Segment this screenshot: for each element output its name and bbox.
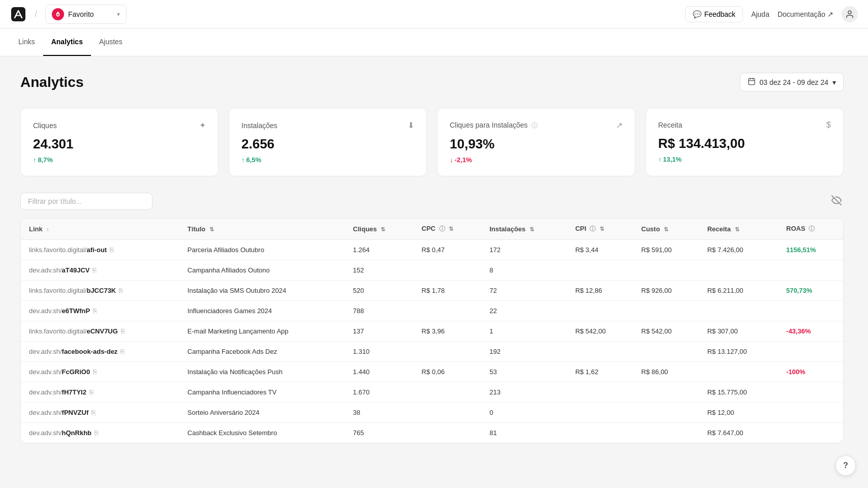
secondary-nav: Links Analytics Ajustes: [0, 28, 868, 56]
metric-icon-cti[interactable]: ↗: [616, 120, 623, 130]
cell-receita: R$ 12,00: [699, 403, 778, 423]
cell-cpc: R$ 0,47: [414, 240, 482, 260]
metric-change-instalacoes: ↑ 6,5%: [241, 156, 414, 164]
copy-link-button[interactable]: ⎘: [89, 388, 94, 396]
copy-link-button[interactable]: ⎘: [110, 246, 114, 254]
cell-link: dev.adv.sh/fH7TYI2⎘: [21, 382, 179, 403]
docs-link[interactable]: Documentação ↗: [778, 10, 833, 18]
sort-icon-link[interactable]: ↑: [46, 226, 49, 232]
cell-link: dev.adv.sh/FcGRiO0⎘: [21, 362, 179, 382]
cell-cliques: 38: [345, 403, 414, 423]
metric-card-cliques: Cliques ✦ 24.301 ↑ 8,7%: [20, 108, 219, 176]
info-icon-cti[interactable]: ⓘ: [532, 122, 538, 129]
cell-receita: [699, 301, 778, 321]
user-avatar[interactable]: [842, 6, 858, 22]
info-icon-cpi[interactable]: ⓘ: [590, 225, 596, 232]
cell-roas: [778, 382, 843, 403]
sort-icon-receita[interactable]: ⇅: [735, 226, 739, 232]
table-header-row: Link ↑ Título ⇅ Cliques ⇅ CPC ⓘ ⇅: [21, 219, 843, 240]
cell-cpi: R$ 542,00: [567, 321, 633, 342]
copy-link-button[interactable]: ⎘: [95, 429, 99, 437]
cell-roas: [778, 342, 843, 362]
metric-icon-cliques[interactable]: ✦: [199, 120, 206, 130]
cell-link: dev.adv.sh/hQnRkhb⎘: [21, 423, 179, 443]
cell-receita: R$ 7.426,00: [699, 240, 778, 260]
copy-link-button[interactable]: ⎘: [120, 348, 125, 355]
metric-icon-receita[interactable]: $: [826, 120, 831, 130]
cell-cpc: [414, 342, 482, 362]
cell-roas: 1156,51%: [778, 240, 843, 260]
copy-link-button[interactable]: ⎘: [121, 327, 125, 335]
cell-cpc: [414, 423, 482, 443]
feedback-chat-icon: 💬: [693, 10, 701, 18]
sort-icon-titulo[interactable]: ⇅: [209, 226, 214, 232]
adjust-logo: [10, 6, 26, 22]
cell-instalacoes: 72: [481, 281, 567, 301]
cell-cpc: [414, 301, 482, 321]
metric-label-cti: Cliques para Instalações ⓘ: [450, 121, 538, 130]
table-row: dev.adv.sh/FcGRiO0⎘Instalação via Notifi…: [21, 362, 843, 382]
cell-custo: R$ 591,00: [633, 240, 699, 260]
tab-analytics[interactable]: Analytics: [43, 28, 91, 56]
nav-slash: /: [35, 9, 37, 19]
copy-link-button[interactable]: ⎘: [93, 368, 97, 376]
svg-rect-4: [749, 79, 755, 85]
cell-roas: -100%: [778, 362, 843, 382]
chevron-down-icon: ▾: [117, 11, 120, 18]
copy-link-button[interactable]: ⎘: [91, 409, 96, 416]
copy-link-button[interactable]: ⎘: [92, 266, 97, 274]
col-header-receita: Receita ⇅: [699, 219, 778, 240]
metric-label-instalacoes: Instalações: [241, 121, 277, 130]
cell-custo: [633, 342, 699, 362]
metric-icon-instalacoes[interactable]: ⬇: [408, 120, 414, 130]
cell-roas: [778, 403, 843, 423]
cell-cpc: [414, 382, 482, 403]
filter-input[interactable]: [20, 193, 152, 210]
cell-cliques: 520: [345, 281, 414, 301]
info-icon-cpc[interactable]: ⓘ: [439, 225, 445, 232]
brand-selector[interactable]: Favorito ▾: [45, 5, 127, 24]
sort-icon-cpc[interactable]: ⇅: [449, 226, 453, 232]
cell-roas: -43,36%: [778, 321, 843, 342]
cell-receita: R$ 307,00: [699, 321, 778, 342]
arrow-up-icon: ↑: [33, 156, 37, 164]
cell-cpc: R$ 0,06: [414, 362, 482, 382]
cell-roas: [778, 260, 843, 281]
metric-change-cliques: ↑ 8,7%: [33, 156, 206, 164]
help-link[interactable]: Ajuda: [751, 10, 769, 18]
copy-link-button[interactable]: ⎘: [119, 287, 123, 294]
date-picker[interactable]: 03 dez 24 - 09 dez 24 ▾: [740, 73, 844, 92]
metrics-row: Cliques ✦ 24.301 ↑ 8,7% Instalações ⬇ 2.…: [20, 108, 844, 176]
sort-icon-custo[interactable]: ⇅: [664, 226, 668, 232]
metric-card-instalacoes: Instalações ⬇ 2.656 ↑ 6,5%: [229, 108, 427, 176]
cell-custo: [633, 260, 699, 281]
sort-icon-cliques[interactable]: ⇅: [381, 226, 385, 232]
cell-cliques: 152: [345, 260, 414, 281]
col-header-roas: ROAS ⓘ: [778, 219, 843, 240]
page-header: Analytics 03 dez 24 - 09 dez 24 ▾: [20, 73, 844, 92]
arrow-down-icon: ↓: [450, 156, 453, 164]
cell-link: links.favorito.digital/bJCC73K⎘: [21, 281, 179, 301]
table-row: links.favorito.digital/afi-out⎘Parceria …: [21, 240, 843, 260]
cell-link: links.favorito.digital/afi-out⎘: [21, 240, 179, 260]
sort-icon-instalacoes[interactable]: ⇅: [530, 226, 534, 232]
cell-titulo: Instalação via Notificações Push: [179, 362, 345, 382]
col-header-custo: Custo ⇅: [633, 219, 699, 240]
tab-ajustes[interactable]: Ajustes: [91, 28, 131, 56]
cell-instalacoes: 8: [481, 260, 567, 281]
tab-links[interactable]: Links: [10, 28, 43, 56]
sort-icon-cpi[interactable]: ⇅: [600, 226, 604, 232]
cell-titulo: Campanha Facebook Ads Dez: [179, 342, 345, 362]
cell-link: links.favorito.digital/eCNV7UG⎘: [21, 321, 179, 342]
cell-link: dev.adv.sh/facebook-ads-dez⎘: [21, 342, 179, 362]
toggle-columns-button[interactable]: [829, 193, 844, 210]
cell-custo: [633, 301, 699, 321]
table-row: links.favorito.digital/bJCC73K⎘Instalaçã…: [21, 281, 843, 301]
arrow-up-icon-2: ↑: [241, 156, 245, 164]
copy-link-button[interactable]: ⎘: [93, 307, 97, 315]
info-icon-roas[interactable]: ⓘ: [809, 225, 815, 232]
table-row: dev.adv.sh/facebook-ads-dez⎘Campanha Fac…: [21, 342, 843, 362]
cell-custo: [633, 382, 699, 403]
feedback-button[interactable]: 💬 Feedback: [685, 6, 743, 22]
brand-badge: [52, 8, 64, 20]
